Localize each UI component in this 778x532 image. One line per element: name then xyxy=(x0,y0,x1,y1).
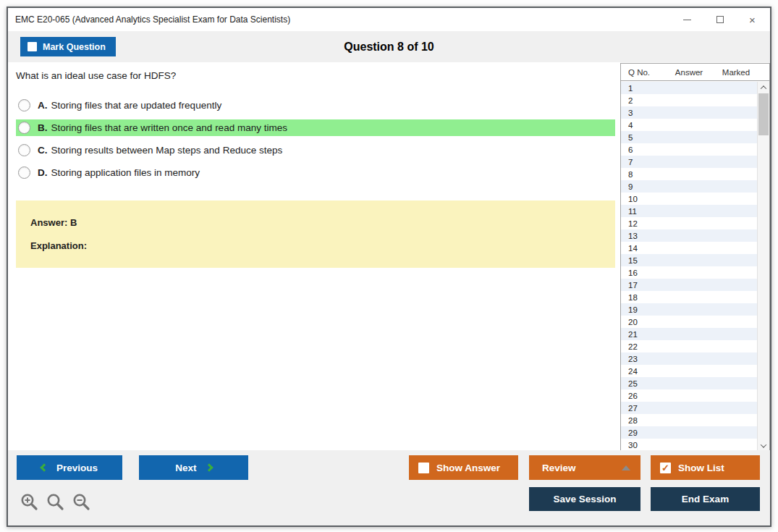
exam-window: EMC E20-065 (Advanced Analytics Speciali… xyxy=(7,7,771,527)
end-exam-button[interactable]: End Exam xyxy=(651,487,760,511)
qno-cell: 27 xyxy=(621,404,663,413)
table-row[interactable]: 16 xyxy=(621,266,757,279)
table-row[interactable]: 7 xyxy=(621,156,757,168)
qno-cell: 14 xyxy=(621,244,663,253)
qno-cell: 4 xyxy=(621,121,663,130)
scroll-down-icon xyxy=(761,442,766,447)
option-text: Storing application files in memory xyxy=(51,167,200,178)
radio-button-icon[interactable] xyxy=(18,99,30,111)
zoom-lens-icon[interactable] xyxy=(46,492,66,512)
qno-cell: 24 xyxy=(621,367,663,376)
qno-cell: 10 xyxy=(621,195,663,203)
table-row[interactable]: 23 xyxy=(621,352,757,365)
save-session-button[interactable]: Save Session xyxy=(529,487,640,511)
table-row[interactable]: 25 xyxy=(621,377,757,389)
table-row[interactable]: 24 xyxy=(621,365,757,377)
zoom-in-icon[interactable] xyxy=(20,492,40,512)
question-text: What is an ideal use case for HDFS? xyxy=(16,70,176,81)
table-row[interactable]: 27 xyxy=(621,402,757,414)
table-row[interactable]: 18 xyxy=(621,291,757,303)
option-letter: D. xyxy=(38,167,48,178)
table-row[interactable]: 21 xyxy=(621,328,757,340)
answer-box: Answer: B Explanation: xyxy=(16,200,615,268)
qno-cell: 20 xyxy=(621,318,663,326)
option-row[interactable]: A. Storing files that are updated freque… xyxy=(16,97,615,114)
question-list-panel: Q No. Answer Marked 1 2 3 xyxy=(620,63,770,452)
show-list-label: Show List xyxy=(678,463,724,473)
scroll-up-icon xyxy=(761,85,766,91)
table-row[interactable]: 22 xyxy=(621,340,757,352)
table-row[interactable]: 30 xyxy=(621,439,757,451)
qno-cell: 2 xyxy=(621,96,663,105)
table-row[interactable]: 29 xyxy=(621,426,757,439)
radio-button-icon[interactable] xyxy=(18,166,30,179)
qno-cell: 30 xyxy=(621,441,663,449)
table-row[interactable]: 14 xyxy=(621,242,757,254)
review-button[interactable]: Review xyxy=(529,455,640,480)
show-answer-button[interactable]: Show Answer xyxy=(409,455,518,480)
table-row[interactable]: 12 xyxy=(621,217,757,229)
show-answer-label: Show Answer xyxy=(436,463,500,473)
qno-cell: 21 xyxy=(621,330,663,339)
qno-cell: 13 xyxy=(621,232,663,240)
option-letter: C. xyxy=(38,145,48,156)
table-row[interactable]: 15 xyxy=(621,254,757,266)
qno-cell: 23 xyxy=(621,355,663,363)
table-row[interactable]: 1 xyxy=(621,82,757,94)
close-button[interactable]: × xyxy=(736,8,769,31)
table-row[interactable]: 13 xyxy=(621,229,757,242)
table-row[interactable]: 9 xyxy=(621,180,757,193)
scrollbar-thumb[interactable] xyxy=(758,93,769,135)
qno-cell: 3 xyxy=(621,109,663,117)
table-row[interactable]: 8 xyxy=(621,168,757,180)
option-row[interactable]: D. Storing application files in memory xyxy=(16,164,615,181)
mark-question-checkbox-icon xyxy=(28,42,37,51)
option-text: Storing files that are updated frequentl… xyxy=(51,100,222,111)
title-bar: EMC E20-065 (Advanced Analytics Speciali… xyxy=(8,8,770,31)
qno-cell: 7 xyxy=(621,158,663,166)
qno-cell: 8 xyxy=(621,170,663,179)
header-marked: Marked xyxy=(715,68,757,77)
table-row[interactable]: 2 xyxy=(621,94,757,106)
window-title: EMC E20-065 (Advanced Analytics Speciali… xyxy=(8,14,290,25)
qno-cell: 17 xyxy=(621,281,663,290)
scroll-up-button[interactable] xyxy=(758,82,769,93)
header-qno: Q No. xyxy=(621,68,663,77)
option-text: Storing files that are written once and … xyxy=(51,122,287,133)
window-controls: × xyxy=(671,8,769,31)
minimize-icon xyxy=(683,20,691,20)
table-row[interactable]: 10 xyxy=(621,193,757,205)
qno-cell: 12 xyxy=(621,219,663,228)
option-row[interactable]: B. Storing files that are written once a… xyxy=(16,119,615,136)
option-text: Storing results between Map steps and Re… xyxy=(51,145,283,156)
scrollbar[interactable] xyxy=(757,82,769,451)
option-letter: B. xyxy=(38,122,48,133)
previous-button[interactable]: Previous xyxy=(17,455,122,480)
table-row[interactable]: 4 xyxy=(621,119,757,131)
show-list-button[interactable]: ✓ Show List xyxy=(651,455,760,480)
next-button[interactable]: Next xyxy=(139,455,248,480)
review-label: Review xyxy=(542,463,576,473)
options-list: A. Storing files that are updated freque… xyxy=(16,97,615,187)
minimize-button[interactable] xyxy=(671,8,703,31)
radio-button-icon[interactable] xyxy=(18,122,30,134)
maximize-button[interactable] xyxy=(703,8,736,31)
qno-cell: 29 xyxy=(621,428,663,437)
table-row[interactable]: 20 xyxy=(621,316,757,328)
scroll-down-button[interactable] xyxy=(758,440,769,451)
table-row[interactable]: 11 xyxy=(621,205,757,217)
zoom-out-icon[interactable] xyxy=(72,492,92,512)
radio-button-icon[interactable] xyxy=(18,144,30,156)
table-row[interactable]: 28 xyxy=(621,414,757,426)
table-row[interactable]: 6 xyxy=(621,143,757,156)
close-icon: × xyxy=(749,14,756,25)
qno-cell: 15 xyxy=(621,256,663,265)
table-row[interactable]: 3 xyxy=(621,106,757,119)
mark-question-button[interactable]: Mark Question xyxy=(20,37,116,56)
option-row[interactable]: C. Storing results between Map steps and… xyxy=(16,142,615,159)
table-row[interactable]: 5 xyxy=(621,131,757,143)
table-row[interactable]: 26 xyxy=(621,389,757,402)
next-label: Next xyxy=(175,463,196,473)
table-row[interactable]: 19 xyxy=(621,303,757,316)
table-row[interactable]: 17 xyxy=(621,279,757,291)
